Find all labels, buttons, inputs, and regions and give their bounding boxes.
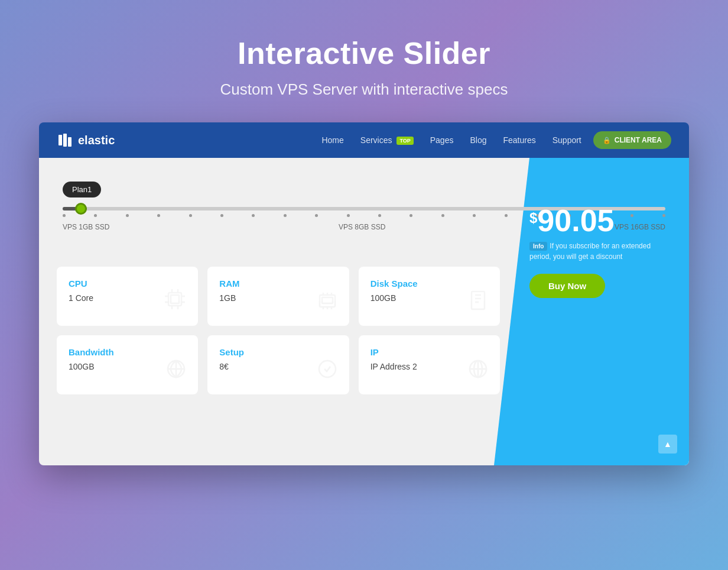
nav-item-support[interactable]: Support [552, 135, 581, 145]
services-badge: TOP [396, 137, 413, 145]
ram-icon [314, 287, 341, 320]
setup-icon [314, 355, 341, 388]
slider-dot [441, 214, 444, 217]
plan-label: Plan1 [63, 182, 101, 197]
disk-icon [464, 287, 492, 320]
slider-dot [63, 214, 66, 217]
navbar: elastic Home Services TOP Pages Blog Fea… [39, 122, 689, 158]
nav-item-services[interactable]: Services TOP [360, 135, 414, 145]
client-area-button[interactable]: 🔒 CLIENT AREA [593, 131, 671, 149]
scroll-top-button[interactable]: ▲ [658, 435, 677, 454]
slider-dot [126, 214, 129, 217]
logo: elastic [57, 132, 115, 148]
ip-icon [464, 355, 492, 388]
slider-dot [220, 214, 223, 217]
slider-dot [94, 214, 97, 217]
price-amount: 90.05 [537, 203, 614, 238]
buy-now-button[interactable]: Buy Now [529, 274, 605, 298]
lock-icon: 🔒 [603, 137, 611, 144]
slider-dot [378, 214, 381, 217]
price-currency: $ [529, 210, 537, 226]
svg-rect-1 [63, 134, 67, 147]
svg-rect-12 [171, 295, 179, 303]
info-text: InfoIf you subscribe for an extended per… [529, 241, 671, 262]
main-content: Plan1 [39, 158, 689, 465]
chevron-up-icon: ▲ [664, 439, 672, 449]
slider-label-min: VPS 1GB SSD [63, 223, 109, 231]
page-title: Interactive Slider [220, 35, 508, 71]
spec-card-ram: RAM 1GB [207, 267, 349, 326]
slider-label-mid: VPS 8GB SSD [339, 223, 385, 231]
svg-point-28 [319, 361, 336, 377]
nav-item-pages[interactable]: Pages [430, 135, 454, 145]
cpu-icon [160, 284, 190, 320]
slider-dot [157, 214, 160, 217]
spec-card-setup: Setup 8€ [207, 335, 349, 394]
page-subtitle: Custom VPS Server with interactive specs [220, 80, 508, 99]
spec-card-ip: IP IP Address 2 [359, 335, 500, 394]
price-display: $90.05 [529, 205, 671, 236]
info-description: If you subscribe for an extended period,… [529, 242, 651, 261]
bandwidth-icon [162, 355, 190, 388]
slider-dot [284, 214, 287, 217]
slider-dot [347, 214, 350, 217]
client-area-label: CLIENT AREA [615, 136, 662, 144]
spec-card-bandwidth: Bandwidth 100GB [57, 335, 198, 394]
browser-window: elastic Home Services TOP Pages Blog Fea… [39, 122, 689, 465]
logo-icon [57, 132, 73, 148]
spec-card-cpu: CPU 1 Core [57, 267, 198, 326]
svg-rect-0 [58, 135, 62, 145]
nav-item-home[interactable]: Home [321, 135, 343, 145]
spec-card-disk: Disk Space 100GB [359, 267, 500, 326]
logo-text: elastic [78, 134, 115, 147]
svg-rect-2 [68, 137, 72, 147]
slider-dot [505, 214, 508, 217]
slider-dot [189, 214, 192, 217]
info-badge: Info [529, 242, 547, 251]
page-header: Interactive Slider Custom VPS Server wit… [220, 0, 508, 122]
nav-item-blog[interactable]: Blog [470, 135, 486, 145]
slider-dot [252, 214, 255, 217]
nav-links: Home Services TOP Pages Blog Features Su… [321, 135, 581, 145]
slider-dot [473, 214, 476, 217]
svg-rect-21 [472, 292, 485, 309]
spec-cards: CPU 1 Core RAM [57, 267, 500, 394]
slider-thumb[interactable] [75, 203, 87, 215]
slider-dot [410, 214, 412, 217]
nav-item-features[interactable]: Features [503, 135, 535, 145]
pricing-panel: $90.05 InfoIf you subscribe for an exten… [529, 205, 671, 298]
svg-rect-20 [322, 297, 333, 303]
slider-dot [315, 214, 318, 217]
